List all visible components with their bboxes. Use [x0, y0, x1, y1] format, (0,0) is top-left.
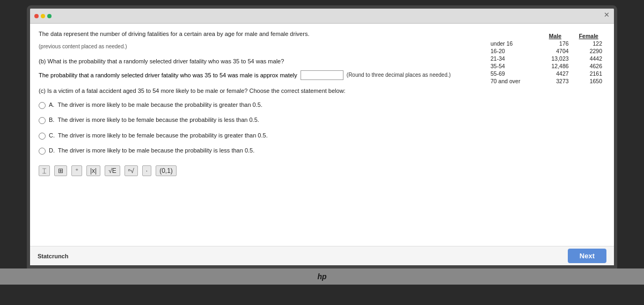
minimize-dot — [41, 14, 45, 18]
answer-row-b: The probability that a randomly selected… — [39, 70, 481, 80]
table-row: 21-34 13,023 4442 — [487, 55, 605, 62]
female-cell: 2290 — [572, 47, 605, 55]
taskbar: ⊞ 📄 🌐 M 💬 ▶ ▷ 🖥 ▲ 🔋 2:43 — [30, 265, 617, 268]
math-btn-sqrtn[interactable]: ⁿ√ — [125, 165, 138, 176]
main-content: The data represent the number of driving… — [30, 24, 614, 246]
math-btn-frac[interactable]: ⌶ — [39, 165, 50, 176]
option-d-label: D. — [49, 147, 55, 155]
table-row: 70 and over 3273 1650 — [487, 77, 605, 85]
option-b[interactable]: B. The driver is more likely to be femal… — [39, 116, 481, 124]
taskbar-icons-group: 📄 🌐 M 💬 ▶ ▷ 🖥 — [73, 268, 175, 268]
quiz-area: The data represent the number of driving… — [39, 30, 481, 239]
age-cell: 35-54 — [487, 62, 538, 70]
taskbar-icon-3[interactable]: M — [103, 268, 115, 268]
option-c-text: The driver is more likely to be female b… — [58, 132, 268, 140]
question-b-text: (b) What is the probability that a rando… — [39, 57, 481, 66]
option-a-label: A. — [49, 101, 54, 109]
age-cell: 16-20 — [487, 47, 538, 55]
math-btn-grid[interactable]: ⊞ — [54, 165, 67, 176]
data-description: The data represent the number of driving… — [39, 30, 481, 38]
math-btn-abs[interactable]: |x| — [86, 165, 100, 176]
data-table: Male Female under 16 176 122 16-20 4704 … — [487, 32, 605, 85]
browser-bar — [30, 9, 614, 24]
taskbar-icon-4[interactable]: 💬 — [118, 268, 130, 268]
male-cell: 3273 — [538, 77, 572, 85]
option-c-label: C. — [49, 132, 55, 140]
table-row: 16-20 4704 2290 — [487, 47, 605, 55]
previous-content-hint: (previous content placed as needed.) — [39, 43, 481, 49]
table-row: under 16 176 122 — [487, 40, 605, 47]
radio-c[interactable] — [39, 133, 46, 140]
col-male-header: Male — [538, 32, 572, 40]
bottom-bar: Statcrunch Next — [30, 246, 614, 265]
math-btn-tuple[interactable]: (0,1) — [156, 165, 177, 176]
option-b-label: B. — [49, 116, 54, 124]
next-button[interactable]: Next — [568, 249, 606, 263]
statcrunch-label: Statcrunch — [38, 253, 68, 259]
taskbar-icon-5[interactable]: ▶ — [133, 268, 145, 268]
table-row: 35-54 12,486 4626 — [487, 62, 605, 70]
taskbar-icon-1[interactable]: 📄 — [73, 268, 85, 268]
maximize-dot — [47, 14, 52, 18]
taskbar-icon-7[interactable]: 🖥 — [163, 268, 175, 268]
female-cell: 1650 — [572, 77, 605, 85]
radio-b[interactable] — [39, 117, 46, 124]
male-cell: 4427 — [538, 70, 572, 77]
female-cell: 122 — [572, 40, 605, 47]
close-dot — [34, 14, 39, 18]
math-btn-sqrt[interactable]: √E — [105, 165, 120, 176]
female-cell: 2161 — [572, 70, 605, 77]
taskbar-icon-6[interactable]: ▷ — [148, 268, 160, 268]
age-cell: 55-69 — [487, 70, 538, 77]
option-d-text: The driver is more likely to be male bec… — [58, 147, 254, 155]
option-c[interactable]: C. The driver is more likely to be femal… — [39, 132, 481, 140]
math-toolbar: ⌶ ⊞ ⁺ |x| √E ⁿ√ · (0,1) — [39, 163, 481, 178]
math-btn-sup[interactable]: ⁺ — [71, 165, 82, 176]
option-a[interactable]: A. The driver is more likely to be male … — [39, 101, 481, 109]
age-cell: under 16 — [487, 40, 538, 47]
male-cell: 12,486 — [538, 62, 572, 70]
radio-a[interactable] — [39, 102, 46, 109]
radio-d[interactable] — [39, 148, 46, 155]
female-cell: 4626 — [572, 62, 605, 70]
math-btn-dot[interactable]: · — [142, 165, 151, 176]
option-d[interactable]: D. The driver is more likely to be male … — [39, 147, 481, 155]
data-table-area: Male Female under 16 176 122 16-20 4704 … — [487, 30, 605, 239]
male-cell: 13,023 — [538, 55, 572, 62]
male-cell: 4704 — [538, 47, 572, 55]
option-a-text: The driver is more likely to be male bec… — [57, 101, 262, 109]
answer-prefix: The probability that a randomly selected… — [39, 72, 297, 78]
option-b-text: The driver is more likely to be female b… — [57, 116, 259, 124]
col-female-header: Female — [572, 32, 605, 40]
answer-hint: (Round to three decimal places as needed… — [347, 72, 451, 78]
question-c-text: (c) Is a victim of a fatal accident aged… — [39, 88, 481, 94]
female-cell: 4442 — [572, 55, 605, 62]
taskbar-start-icon[interactable]: ⊞ — [35, 268, 47, 268]
age-cell: 21-34 — [487, 55, 538, 62]
hp-area: hp — [0, 268, 644, 285]
col-age-header — [487, 32, 538, 40]
age-cell: 70 and over — [487, 77, 538, 85]
male-cell: 176 — [538, 40, 572, 47]
hp-logo: hp — [317, 272, 326, 281]
taskbar-icon-2[interactable]: 🌐 — [88, 268, 100, 268]
table-row: 55-69 4427 2161 — [487, 70, 605, 77]
probability-input[interactable] — [301, 70, 343, 80]
